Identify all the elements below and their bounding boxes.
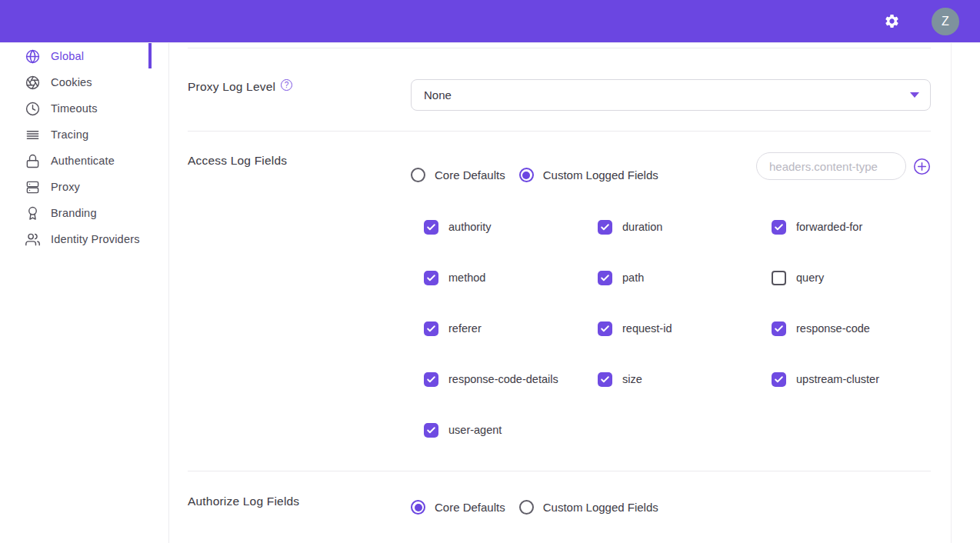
proxy-log-level-select[interactable]: None [411, 79, 931, 111]
log-field-checkbox[interactable]: user-agent [424, 422, 598, 438]
server-icon [25, 180, 40, 195]
sidebar-item-timeouts[interactable]: Timeouts [0, 95, 168, 122]
sidebar-item-label: Global [51, 50, 84, 62]
sidebar-item-cookies[interactable]: Cookies [0, 69, 168, 95]
chevron-down-icon [910, 92, 919, 98]
access-log-fields-section: Access Log Fields Core Defaults Custom L… [188, 132, 931, 438]
log-field-label: referer [448, 322, 482, 335]
checkbox-icon [424, 423, 438, 438]
log-fields-checkbox-grid: authority duration forwarded-for [424, 219, 931, 438]
log-field-checkbox[interactable]: response-code-details [424, 371, 598, 387]
plus-circle-icon [913, 158, 931, 175]
sidebar-item-label: Timeouts [51, 102, 98, 115]
checkbox-icon [598, 271, 612, 285]
lock-icon [25, 154, 40, 168]
aperture-icon [25, 75, 40, 90]
sidebar-item-label: Authenticate [51, 155, 115, 167]
checkbox-icon [424, 271, 438, 285]
log-field-label: forwarded-for [796, 221, 862, 233]
radio-icon [519, 168, 534, 182]
add-field-control [756, 152, 931, 180]
sidebar-item-label: Branding [51, 207, 97, 219]
log-field-label: request-id [622, 322, 672, 335]
users-icon [25, 232, 40, 247]
globe-icon [25, 49, 40, 64]
sidebar-item-tracing[interactable]: Tracing [0, 122, 168, 148]
top-bar: Z [0, 0, 980, 43]
access-log-fields-radio-group: Core Defaults Custom Logged Fields [411, 168, 658, 182]
sidebar-item-branding[interactable]: Branding [0, 200, 168, 226]
radio-option[interactable]: Core Defaults [411, 500, 505, 515]
sidebar-item-label: Tracing [51, 128, 88, 141]
log-field-checkbox[interactable]: path [598, 270, 772, 285]
proxy-log-level-label-row: Proxy Log Level? [188, 48, 411, 94]
log-field-checkbox[interactable]: authority [424, 219, 598, 235]
radio-icon [519, 500, 534, 515]
proxy-log-level-label: Proxy Log Level [188, 80, 275, 93]
radio-icon [411, 168, 425, 182]
log-field-label: path [622, 272, 644, 284]
log-field-label: user-agent [448, 424, 502, 436]
log-field-label: method [448, 272, 485, 284]
clock-icon [25, 102, 40, 116]
access-log-fields-controls: Core Defaults Custom Logged Fields [411, 152, 931, 182]
radio-option[interactable]: Custom Logged Fields [519, 168, 658, 182]
settings-gear-button[interactable] [883, 13, 900, 30]
sidebar-item-authenticate[interactable]: Authenticate [0, 148, 168, 174]
authorize-log-fields-section: Authorize Log Fields Core Defaults Custo… [188, 471, 931, 515]
checkbox-icon [772, 321, 786, 336]
checkbox-icon [772, 220, 786, 235]
settings-content: Proxy Log Level? None Access Log Fields … [169, 43, 952, 543]
proxy-log-level-section: Proxy Log Level? None [188, 48, 931, 111]
sidebar-item-label: Identity Providers [51, 233, 140, 245]
checkbox-icon [598, 220, 612, 235]
log-field-label: authority [448, 221, 492, 233]
radio-option-label: Core Defaults [435, 501, 505, 514]
gear-icon [884, 13, 900, 29]
log-field-checkbox[interactable]: method [424, 270, 598, 285]
radio-option[interactable]: Core Defaults [411, 168, 505, 182]
sidebar-item-proxy[interactable]: Proxy [0, 174, 168, 200]
log-field-label: size [622, 373, 642, 385]
log-field-checkbox[interactable]: request-id [598, 321, 772, 336]
help-icon[interactable]: ? [281, 79, 292, 91]
proxy-log-level-value: None [424, 88, 452, 102]
log-field-label: response-code-details [448, 373, 558, 385]
radio-option-label: Custom Logged Fields [543, 168, 658, 182]
log-field-label: upstream-cluster [796, 373, 879, 385]
checkbox-icon [424, 321, 438, 336]
checkbox-icon [424, 372, 438, 387]
log-field-checkbox[interactable]: response-code [772, 321, 931, 336]
log-field-checkbox[interactable]: referer [424, 321, 598, 336]
checkbox-icon [424, 220, 438, 235]
award-icon [25, 206, 40, 221]
log-field-label: response-code [796, 322, 870, 335]
log-field-checkbox[interactable]: size [598, 371, 772, 387]
radio-option-label: Core Defaults [435, 168, 505, 182]
sidebar-item-label: Cookies [51, 76, 92, 88]
log-field-label: duration [622, 221, 662, 233]
access-log-fields-label: Access Log Fields [188, 132, 411, 168]
sidebar-item-global[interactable]: Global [0, 43, 168, 69]
log-field-checkbox[interactable]: forwarded-for [772, 219, 931, 235]
checkbox-icon [598, 372, 612, 387]
checkbox-icon [772, 372, 786, 387]
authorize-log-fields-radio-group: Core Defaults Custom Logged Fields [411, 500, 931, 515]
sidebar-item-identity-providers[interactable]: Identity Providers [0, 226, 168, 252]
checkbox-icon [598, 321, 612, 336]
sidebar-item-label: Proxy [51, 181, 80, 193]
add-field-button[interactable] [913, 158, 931, 175]
active-indicator [148, 43, 152, 68]
radio-option-label: Custom Logged Fields [543, 501, 658, 514]
log-field-checkbox[interactable]: upstream-cluster [772, 371, 931, 387]
log-field-label: query [796, 272, 824, 284]
user-avatar[interactable]: Z [932, 8, 959, 35]
log-field-checkbox[interactable]: duration [598, 219, 772, 235]
lines-icon [25, 128, 40, 142]
log-field-checkbox[interactable]: query [772, 270, 931, 285]
sidebar: Global Cookies Timeouts Tracing Authenti… [0, 43, 169, 543]
authorize-log-fields-label: Authorize Log Fields [188, 471, 411, 508]
radio-option[interactable]: Custom Logged Fields [519, 500, 658, 515]
checkbox-icon [772, 271, 786, 285]
add-field-input[interactable] [756, 152, 906, 180]
